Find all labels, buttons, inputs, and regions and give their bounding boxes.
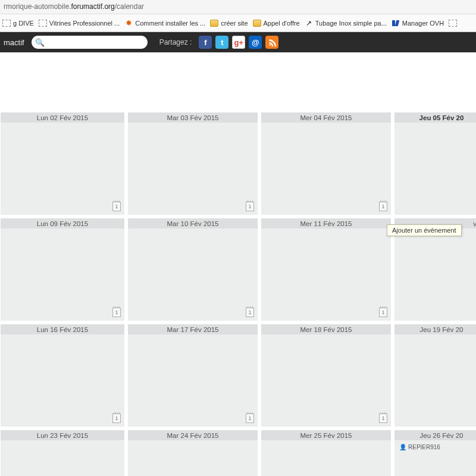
add-event-button[interactable]: 1 (246, 308, 254, 317)
day-body: 1 (261, 228, 391, 321)
calendar-grid: Lun 02 Fév 20151Mar 03 Fév 20151Mer 04 F… (0, 112, 476, 476)
forum-top-bar: mactif 🔍 Partagez : f t g+ @ (0, 32, 476, 52)
calendar-cell[interactable]: Jeu 19 Fév 20 (394, 324, 476, 427)
day-header: Jeu 26 Fév 20 (394, 430, 476, 440)
day-body (394, 334, 476, 427)
folder-icon (210, 19, 218, 27)
calendar-cell[interactable]: Mar 24 Fév 2015 (127, 430, 258, 476)
calendar-cell[interactable]: Mer 18 Fév 20151 (261, 324, 392, 427)
bookmark-item[interactable]: ↗Tubage Inox simple pa... (305, 19, 387, 27)
day-header: Lun 02 Fév 2015 (1, 112, 124, 123)
day-body (394, 123, 476, 215)
day-body: 1 (128, 123, 258, 215)
day-header: Mer 11 Fév 2015 (261, 218, 391, 228)
day-body (261, 440, 391, 476)
day-header: Jeu 19 Fév 20 (394, 324, 476, 334)
bookmark-item[interactable]: ✸Comment installer les ... (124, 19, 205, 27)
bookmark-label: Comment installer les ... (135, 20, 205, 27)
forum-brand: mactif (4, 38, 24, 47)
bookmark-label: Appel d'offre (264, 20, 300, 27)
arrow-icon: ↗ (305, 19, 313, 27)
day-body: 1 (1, 228, 124, 321)
email-icon[interactable]: @ (249, 36, 262, 49)
day-body (128, 440, 258, 476)
search-icon: 🔍 (35, 38, 45, 47)
url-host: forumactif.org (71, 2, 114, 11)
calendar-event[interactable]: 👤REPIER916 (399, 444, 476, 450)
day-header: Mer 04 Fév 2015 (261, 112, 391, 123)
folder-icon (253, 19, 261, 27)
calendar-cell[interactable]: Lun 16 Fév 20151 (0, 324, 125, 427)
day-header: Mer 18 Fév 2015 (261, 324, 391, 334)
rss-icon[interactable] (265, 36, 278, 49)
calendar-cell[interactable]: Mar 03 Fév 20151 (127, 112, 258, 215)
bookmark-item[interactable]: créer site (210, 19, 248, 27)
page-icon (2, 19, 11, 27)
day-body: 1 (1, 334, 124, 427)
calendar-cell[interactable]: Mer 04 Fév 20151 (261, 112, 392, 215)
bookmark-label: créer site (221, 20, 248, 27)
bookmark-item[interactable]: Manager OVH (392, 19, 444, 27)
tooltip-add-event: Ajouter un évènement (387, 224, 462, 236)
bookmark-label: Manager OVH (402, 20, 444, 27)
day-header: Jeu 05 Fév 20 (394, 112, 476, 123)
day-header: Lun 09 Fév 2015 (1, 218, 124, 228)
search-input-wrap[interactable]: 🔍 (32, 36, 148, 49)
address-bar[interactable]: rmorique-automobile.forumactif.org/calen… (0, 0, 476, 14)
day-header: Mar 17 Fév 2015 (128, 324, 258, 334)
day-header: Lun 16 Fév 2015 (1, 324, 124, 334)
user-icon: 👤 (399, 444, 406, 450)
ovh-icon (392, 19, 400, 27)
bookmark-item[interactable]: Appel d'offre (253, 19, 300, 27)
day-body: 1 (128, 228, 258, 321)
calendar-cell[interactable]: Lun 02 Fév 20151 (0, 112, 125, 215)
calendar-cell[interactable]: Mar 17 Fév 20151 (127, 324, 258, 427)
bookmarks-bar: g DIVEVitrines Professionnel ...✸Comment… (0, 14, 476, 32)
add-event-button[interactable]: 1 (112, 414, 121, 423)
url-prefix: rmorique-automobile. (4, 2, 71, 11)
day-body: 1 (1, 123, 124, 215)
add-event-button[interactable]: 1 (379, 202, 387, 211)
calendar-cell[interactable]: Jeu 05 Fév 20 (394, 112, 476, 215)
bookmark-item[interactable]: Vitrines Professionnel ... (39, 19, 120, 27)
page-icon (449, 19, 457, 27)
event-label: REPIER916 (408, 444, 440, 450)
add-event-button[interactable]: 1 (379, 308, 387, 317)
sun-icon: ✸ (124, 19, 133, 27)
day-header: Mer 25 Fév 2015 (261, 430, 391, 440)
day-header: Mar 03 Fév 2015 (128, 112, 258, 123)
googleplus-icon[interactable]: g+ (232, 36, 245, 49)
twitter-icon[interactable]: t (215, 36, 228, 49)
calendar-cell[interactable]: Mar 10 Fév 20151 (127, 218, 258, 321)
day-header: Lun 23 Fév 2015 (1, 430, 124, 440)
bookmark-item[interactable] (449, 19, 459, 27)
calendar-cell[interactable]: Lun 09 Fév 20151 (0, 218, 125, 321)
day-header: Mar 24 Fév 2015 (128, 430, 258, 440)
page-icon (39, 19, 47, 27)
add-event-button[interactable]: 1 (246, 414, 254, 423)
bookmark-label: Vitrines Professionnel ... (49, 20, 120, 27)
bookmark-label: Tubage Inox simple pa... (315, 20, 387, 27)
search-input[interactable] (47, 38, 144, 46)
day-body (394, 228, 476, 321)
day-body (1, 440, 124, 476)
facebook-icon[interactable]: f (199, 36, 212, 49)
day-header: Mar 10 Fév 2015 (128, 218, 258, 228)
calendar-cell[interactable]: Mer 11 Fév 20151 (261, 218, 392, 321)
day-body: 👤REPIER916 (394, 440, 476, 476)
calendar: Lun 02 Fév 20151Mar 03 Fév 20151Mer 04 F… (0, 52, 476, 476)
day-body: 1 (128, 334, 258, 427)
day-body: 1 (261, 123, 391, 215)
add-event-button[interactable]: 1 (379, 414, 387, 423)
add-event-button[interactable]: 1 (246, 202, 254, 211)
bookmark-item[interactable]: g DIVE (2, 19, 34, 27)
add-event-button[interactable]: 1 (112, 202, 121, 211)
share-label: Partagez : (159, 38, 192, 46)
url-path: /calendar (115, 2, 144, 11)
calendar-cell[interactable]: Mer 25 Fév 2015 (261, 430, 392, 476)
day-body: 1 (261, 334, 391, 427)
add-event-button[interactable]: 1 (112, 308, 121, 317)
calendar-cell[interactable]: Lun 23 Fév 2015 (0, 430, 125, 476)
bookmark-label: g DIVE (13, 20, 34, 27)
calendar-cell[interactable]: Jeu 26 Fév 20👤REPIER916 (394, 430, 476, 476)
